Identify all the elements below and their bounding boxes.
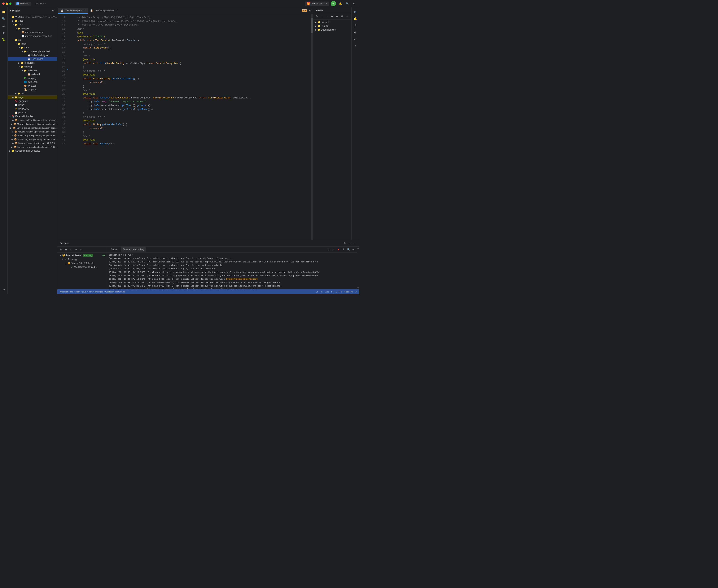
status-position[interactable]: 23:1 <box>325 291 329 293</box>
status-expand-icon[interactable]: ⤢ <box>355 291 357 293</box>
log-scrollbar[interactable]: ▲ ▼ <box>357 247 359 289</box>
settings-btn[interactable]: ⚙ <box>351 1 357 6</box>
tree-item-resources[interactable]: ▶ 📁 resources <box>8 61 57 65</box>
log-clear-btn[interactable]: 🗑 <box>342 247 346 252</box>
tree-item-webxml[interactable]: 📋 web.xml <box>8 72 57 76</box>
rt-more-vert-icon[interactable]: ⋮ <box>352 43 358 49</box>
project-panel-header[interactable]: ▾ Project ⚙ <box>8 7 57 14</box>
tree-item-junit-api[interactable]: ▶ 📦 Maven: org.junit.jupiter:junit-jupit… <box>8 130 57 133</box>
maven-add-btn[interactable]: + <box>325 14 329 19</box>
rt-settings-icon[interactable]: ⚙ <box>352 36 358 42</box>
tree-item-mvn[interactable]: ▾ 📁 .mvn <box>8 23 57 26</box>
maven-item-plugins[interactable]: ▶ 📁 Plugins <box>313 24 351 28</box>
tree-item-target[interactable]: ▶ 📁 target <box>8 96 57 99</box>
search-btn[interactable]: 🔍 <box>345 1 350 6</box>
run-icon[interactable]: ▶ <box>1 29 7 36</box>
tree-item-testservlet[interactable]: ☕ TestServlet <box>8 57 57 61</box>
maven-settings-btn[interactable]: ⚙ <box>340 14 344 19</box>
tree-item-scripts-js[interactable]: 📜 scripts.js <box>8 88 57 91</box>
branch-selector[interactable]: ⎇ master <box>33 2 48 5</box>
debug-icon[interactable]: 🐛 <box>1 36 7 42</box>
tree-item-jakarta[interactable]: ▶ 📦 Maven: jakarta.servlet:jakarta.servl… <box>8 122 57 126</box>
services-run-all-btn[interactable]: ↻ <box>59 247 63 252</box>
tree-item-props[interactable]: 📄 maven-wrapper.properties <box>8 34 57 38</box>
services-group-btn[interactable]: ⊞ <box>74 247 78 252</box>
scroll-down-btn[interactable]: ▼ <box>357 287 359 289</box>
tree-item-src[interactable]: ▾ 📁 src <box>8 38 57 42</box>
log-refresh-btn[interactable]: ↺ <box>331 247 336 252</box>
tree-item-mvnw[interactable]: 📄 mvnw <box>8 103 57 107</box>
tab-bar-settings-btn[interactable]: ⚙ <box>308 8 312 13</box>
code-area[interactable]: // @WebServlet是一个注解，它告诉服务器这个类是一个Servlet类… <box>70 14 311 240</box>
tree-item-webapp[interactable]: ▾ 📁 webapp <box>8 65 57 69</box>
vcs-icon[interactable]: ⎇ <box>1 23 7 29</box>
tree-item-junit-platform-c[interactable]: ▶ 📦 Maven: org.junit.platform:junit-plat… <box>8 133 57 138</box>
services-stop-btn[interactable]: ◼ <box>64 247 68 252</box>
status-line-ending[interactable]: LF <box>331 291 334 293</box>
maven-item-lifecycle[interactable]: ▶ 📁 Lifecycle <box>313 20 351 24</box>
tab-catalina-log[interactable]: Tomcat Catalina Log <box>121 247 146 252</box>
log-more-btn[interactable]: ⋯ <box>351 247 355 252</box>
tree-item-jar[interactable]: 📦 maven-wrapper.jar <box>8 30 57 34</box>
maven-run-btn[interactable]: ▶ <box>330 14 334 19</box>
tree-item-corretto[interactable]: ▶ 📦 < corretto-11 > /Users/eve/Library/J… <box>8 118 57 122</box>
rt-gradle-icon[interactable]: G <box>352 29 358 36</box>
tree-item-scratches[interactable]: ▶ 📁 Scratches and Consoles <box>8 149 57 153</box>
tree-item-webinf[interactable]: ▾ 📁 WEB-INF <box>8 69 57 72</box>
scrollbar-thumb[interactable] <box>311 18 313 33</box>
maven-more-btn[interactable]: ··· <box>345 14 349 19</box>
maven-download-btn[interactable]: ↓ <box>320 14 324 19</box>
maven-refresh-btn[interactable]: ↻ <box>315 14 320 19</box>
tree-item-junit-platform-e[interactable]: ▶ 📦 Maven: org.junit.platform:junit-plat… <box>8 138 57 141</box>
tomcat-server-item[interactable]: ▾ 🐱 Tomcat Server Running We <box>57 253 107 257</box>
gear-icon[interactable]: ⚙ <box>51 9 55 13</box>
tab-testservlet[interactable]: ☕ TestServlet.java × <box>58 8 88 14</box>
maven-stop-btn[interactable]: ◼ <box>335 14 339 19</box>
more-icon[interactable]: ··· <box>1 286 7 292</box>
tree-item-main[interactable]: ▾ 📁 main <box>8 42 57 46</box>
tree-item-root[interactable]: ▾ 📁 WebTest ~/Desktop/CS/JavaEE/1.JavaWe… <box>8 15 57 19</box>
tree-item-wrapper[interactable]: ▾ 📁 wrapper <box>8 26 57 30</box>
services-add-btn[interactable]: + <box>79 247 83 252</box>
rt-database-icon[interactable]: 🗄 <box>352 23 358 29</box>
run-config-selector[interactable]: 🐱 Tomcat 10.1.23 <box>305 2 329 6</box>
tab-pom[interactable]: 📋 pom.xml [WebTest] × <box>88 8 121 14</box>
tree-item-mvnw-cmd[interactable]: ⚡ mvnw.cmd <box>8 107 57 111</box>
tab-server[interactable]: Server <box>109 247 120 252</box>
maven-item-dependencies[interactable]: ▶ 📁 Dependencies <box>313 28 351 32</box>
project-selector[interactable]: W WebTest <box>15 2 31 5</box>
log-search-btn[interactable]: 🔍 <box>346 247 351 252</box>
tree-item-deployment[interactable]: ✓ WebTest:war explod... <box>57 265 107 269</box>
tree-item-apiguardian[interactable]: ▶ 📦 Maven: org.apiguardian:apiguardian-a… <box>8 126 57 130</box>
project-view-icon[interactable]: 📁 <box>1 9 7 15</box>
tree-item-style-css[interactable]: 🎨 style.css <box>8 84 57 88</box>
status-encoding[interactable]: UTF-8 <box>336 291 342 293</box>
tree-item-index-html[interactable]: 🌐 index.html <box>8 80 57 84</box>
tree-item-java[interactable]: ▾ 📁 java <box>8 46 57 49</box>
find-icon[interactable]: 🔍 <box>1 16 7 22</box>
tab-close-testservlet[interactable]: × <box>83 9 85 12</box>
services-more-btn[interactable]: ⋯ <box>348 241 352 245</box>
tree-item-tomcat-instance[interactable]: ▾ 🐱 Tomcat 10.1.23 [local] <box>57 261 107 265</box>
tree-item-pom-xml[interactable]: 📋 pom.xml <box>8 111 57 114</box>
log-stop-btn[interactable]: ◼ <box>336 247 341 252</box>
tree-item-lombok[interactable]: ▶ 📦 Maven: org.projectlombok:lombok:1.18… <box>8 145 57 149</box>
editor-scrollbar[interactable] <box>311 14 313 240</box>
notifications-btn[interactable]: 🔔 <box>337 1 343 6</box>
maximize-button[interactable] <box>9 2 12 5</box>
tree-item-test[interactable]: ▶ 📁 test <box>8 91 57 96</box>
scroll-up-btn[interactable]: ▲ <box>357 247 359 249</box>
status-path[interactable]: WebTest > src > main > java > com > exam… <box>60 291 125 293</box>
log-reload-btn[interactable]: ↻ <box>327 247 331 252</box>
minimize-button[interactable] <box>6 2 8 5</box>
tab-close-pom[interactable]: × <box>116 9 118 12</box>
tree-item-icon-png[interactable]: 🖼 icon.png <box>8 76 57 80</box>
tree-item-opentest4j[interactable]: ▶ 📦 Maven: org.opentest4j:opentest4j:1.2… <box>8 141 57 145</box>
tree-item-running[interactable]: ▾ ✓ Running <box>57 257 107 261</box>
tree-item-com[interactable]: ▾ 📁 com.example.webtest <box>8 49 57 53</box>
tree-item-idea[interactable]: ▶ 📁 .idea <box>8 19 57 23</box>
avatar-btn[interactable]: G <box>331 1 336 6</box>
services-settings-btn[interactable]: ⚙ <box>343 241 347 245</box>
log-content[interactable]: Connected to server [2024-05-03 04:43:16… <box>107 253 357 289</box>
services-minimize-btn[interactable]: − <box>352 241 357 245</box>
